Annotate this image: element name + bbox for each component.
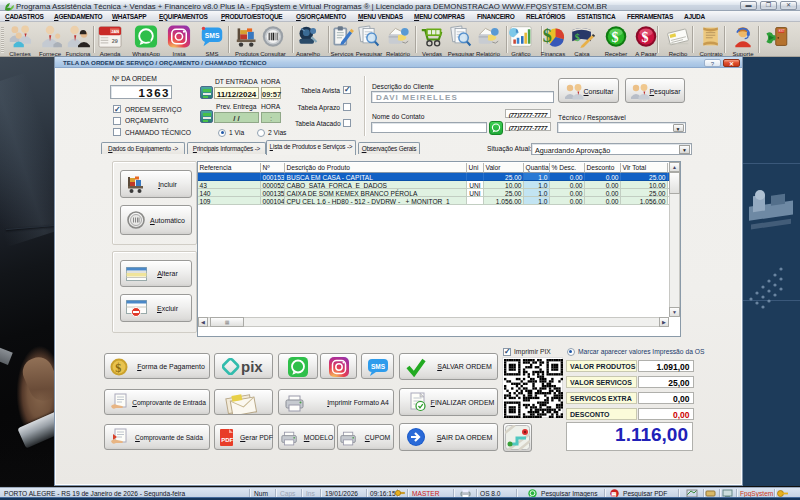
svg-text:JAN: JAN [111, 29, 119, 34]
svg-text:29: 29 [112, 38, 118, 44]
svg-text:EXIT: EXIT [779, 29, 785, 33]
svg-text:$: $ [543, 26, 552, 46]
svg-text:SMS: SMS [205, 32, 220, 39]
svg-text:$: $ [641, 30, 648, 45]
svg-text:SMS: SMS [371, 363, 386, 370]
svg-text:pix: pix [241, 358, 263, 375]
svg-text:▤: ▤ [611, 490, 616, 496]
svg-text:$: $ [575, 32, 580, 43]
svg-text:$: $ [611, 30, 618, 45]
